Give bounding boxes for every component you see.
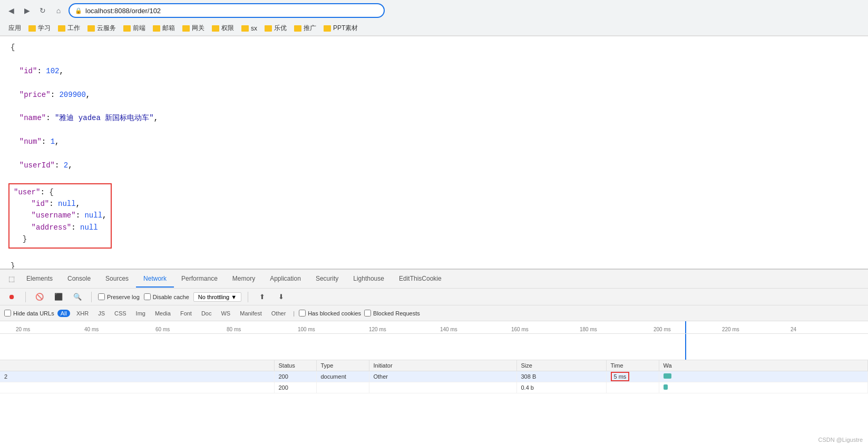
bookmark-leyou[interactable]: 乐优 [261, 23, 290, 34]
home-button[interactable]: ⌂ [53, 5, 64, 16]
tab-memory[interactable]: Memory [225, 271, 262, 288]
json-line-user: "user": { "id": null, "username": null, … [11, 183, 857, 249]
timeline-cursor [685, 321, 686, 333]
devtools-panel: ⬚ Elements Console Sources Network Perfo… [0, 269, 868, 445]
bookmark-auth[interactable]: 权限 [209, 23, 237, 34]
bookmark-gateway[interactable]: 网关 [179, 23, 208, 34]
disable-cache-text: Disable cache [153, 294, 189, 300]
filter-all[interactable]: All [57, 310, 70, 317]
network-toolbar: ⏺ 🚫 ⬛ 🔍 Preserve log Disable cache No th… [0, 289, 868, 305]
tab-network[interactable]: Network [136, 271, 174, 288]
bookmark-work[interactable]: 工作 [55, 23, 83, 34]
folder-icon [265, 25, 272, 32]
filter-manifest[interactable]: Manifest [237, 310, 265, 317]
disable-cache-checkbox[interactable] [144, 293, 151, 300]
col-name[interactable] [0, 360, 274, 371]
browser-nav: ◀ ▶ ↻ ⌂ 🔒 localhost:8088/order/102 [0, 0, 868, 21]
filter-other[interactable]: Other [268, 310, 289, 317]
network-table: Status Type Initiator Size Time Wa 2 200… [0, 360, 868, 393]
bookmark-study[interactable]: 学习 [25, 23, 54, 34]
tab-lighthouse[interactable]: Lighthouse [346, 271, 392, 288]
bookmark-label: 应用 [8, 24, 21, 33]
filter-icon[interactable]: ⬛ [51, 290, 66, 304]
row-size: 0.4 b [516, 382, 606, 393]
table-row[interactable]: 200 0.4 b [0, 382, 868, 393]
json-line-id: "id": 102, [11, 65, 857, 77]
refresh-button[interactable]: ↻ [37, 5, 48, 16]
tab-security[interactable]: Security [308, 271, 346, 288]
filter-xhr[interactable]: XHR [73, 310, 92, 317]
bookmark-label: 网关 [192, 24, 204, 33]
folder-icon [241, 25, 249, 32]
col-time[interactable]: Time [606, 360, 659, 371]
preserve-log-checkbox[interactable] [98, 293, 105, 300]
filter-js[interactable]: JS [95, 310, 108, 317]
record-icon[interactable]: ⏺ [4, 290, 19, 304]
bookmark-promote[interactable]: 推广 [291, 23, 319, 34]
col-initiator[interactable]: Initiator [369, 360, 516, 371]
back-button[interactable]: ◀ [5, 5, 17, 16]
csdn-watermark: CSDN @Ligustre [818, 437, 863, 443]
search-icon[interactable]: 🔍 [70, 290, 85, 304]
hide-data-urls-label[interactable]: Hide data URLs [4, 310, 54, 317]
disable-cache-label[interactable]: Disable cache [144, 293, 189, 300]
tick-60ms: 60 ms [155, 327, 170, 332]
tab-console[interactable]: Console [60, 271, 98, 288]
forward-button[interactable]: ▶ [21, 5, 33, 16]
address-bar[interactable]: 🔒 localhost:8088/order/102 [69, 3, 385, 18]
row-type: document [316, 371, 369, 382]
has-blocked-cookies-checkbox[interactable] [299, 310, 306, 317]
filter-css[interactable]: CSS [111, 310, 130, 317]
has-blocked-cookies-label[interactable]: Has blocked cookies [299, 310, 361, 317]
filter-doc[interactable]: Doc [198, 310, 215, 317]
tab-elements[interactable]: Elements [19, 271, 60, 288]
tick-100ms: 100 ms [298, 327, 315, 332]
bookmark-ppt[interactable]: PPT素材 [320, 23, 361, 34]
export-icon[interactable]: ⬇ [274, 290, 288, 304]
col-size[interactable]: Size [516, 360, 606, 371]
hide-data-urls-checkbox[interactable] [4, 310, 11, 317]
throttling-label: No throttling [198, 294, 229, 300]
preserve-log-label[interactable]: Preserve log [98, 293, 140, 300]
time-value: 5 ms [611, 372, 630, 381]
col-status[interactable]: Status [274, 360, 316, 371]
blocked-requests-label[interactable]: Blocked Requests [364, 310, 420, 317]
filter-ws[interactable]: WS [218, 310, 233, 317]
preserve-log-text: Preserve log [107, 294, 140, 300]
clear-icon[interactable]: 🚫 [32, 290, 47, 304]
blocked-requests-text: Blocked Requests [373, 310, 420, 317]
timeline-cursor-2 [685, 334, 686, 360]
browser-chrome: ◀ ▶ ↻ ⌂ 🔒 localhost:8088/order/102 应用 学习… [0, 0, 868, 36]
col-waterfall[interactable]: Wa [659, 360, 868, 371]
row-time [606, 382, 659, 393]
import-icon[interactable]: ⬆ [255, 290, 269, 304]
row-time: 5 ms [606, 371, 659, 382]
row-waterfall [659, 382, 868, 393]
json-line-0: { [11, 42, 857, 53]
tab-performance[interactable]: Performance [174, 271, 225, 288]
lock-icon: 🔒 [75, 7, 82, 14]
tab-application[interactable]: Application [262, 271, 308, 288]
hide-data-urls-text: Hide data URLs [13, 310, 54, 317]
bookmark-label: 邮箱 [162, 24, 175, 33]
throttling-dropdown[interactable]: No throttling ▼ [193, 292, 241, 302]
tab-editthiscookie[interactable]: EditThisCookie [392, 271, 449, 288]
tab-sources[interactable]: Sources [98, 271, 136, 288]
filter-font[interactable]: Font [177, 310, 195, 317]
blocked-requests-checkbox[interactable] [364, 310, 371, 317]
bookmark-sx[interactable]: sx [238, 24, 260, 33]
bookmark-apps[interactable]: 应用 [5, 23, 24, 34]
bookmark-email[interactable]: 邮箱 [150, 23, 178, 34]
devtools-tabs: ⬚ Elements Console Sources Network Perfo… [0, 270, 868, 289]
row-initiator: Other [369, 371, 516, 382]
filter-media[interactable]: Media [152, 310, 174, 317]
col-type[interactable]: Type [316, 360, 369, 371]
devtools-toggle-icon[interactable]: ⬚ [4, 272, 19, 286]
filter-img[interactable]: Img [133, 310, 149, 317]
bookmark-label: 权限 [221, 24, 234, 33]
filter-bar: Hide data URLs All XHR JS CSS Img Media … [0, 305, 868, 321]
bookmark-frontend[interactable]: 前端 [120, 23, 149, 34]
bookmark-cloud[interactable]: 云服务 [84, 23, 119, 34]
table-row[interactable]: 2 200 document Other 308 B 5 ms [0, 371, 868, 382]
folder-icon [87, 25, 95, 32]
